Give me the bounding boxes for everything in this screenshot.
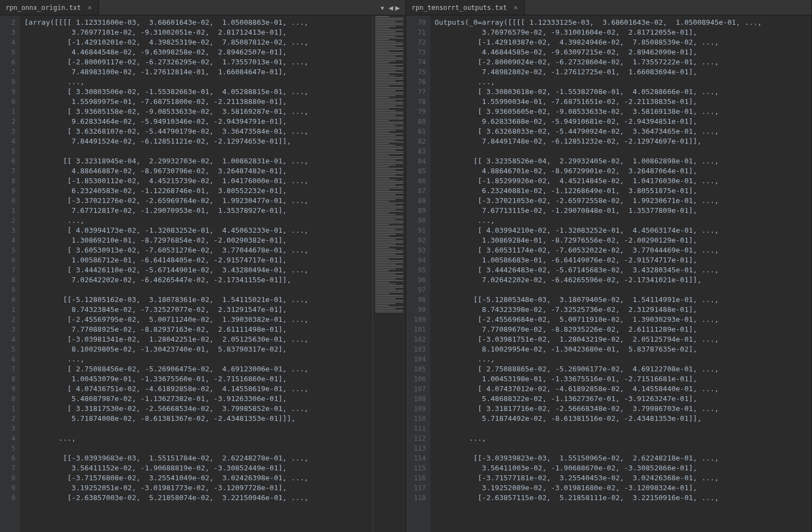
minimap-line (375, 110, 396, 111)
left-minimap[interactable] (372, 15, 405, 532)
line-number: 84 (408, 156, 426, 166)
minimap-line (375, 259, 389, 260)
minimap-line (375, 268, 396, 270)
minimap-line (375, 239, 396, 240)
minimap-line (375, 24, 403, 25)
minimap-line (375, 64, 403, 65)
line-number: 82 (408, 136, 426, 146)
line-number: 118 (408, 493, 426, 503)
minimap-line (375, 130, 396, 131)
minimap-line (375, 221, 403, 222)
minimap-line (375, 90, 396, 91)
code-line: 7.67712817e-02, -1.29070953e-01, 1.35378… (24, 206, 372, 216)
code-line: [ 4.07436751e-02, -4.61892858e-02, 4.145… (24, 384, 372, 394)
line-number: 89 (408, 206, 426, 216)
minimap-line (375, 287, 403, 288)
line-number: 103 (408, 344, 426, 354)
line-number: 108 (408, 394, 426, 404)
dropdown-icon[interactable]: ▼ (381, 5, 384, 11)
minimap-line (375, 188, 403, 189)
minimap-line (375, 131, 389, 133)
line-number: 111 (408, 424, 426, 434)
minimap-line (375, 186, 403, 187)
minimap-line (375, 42, 403, 43)
line-number: 70 (408, 18, 426, 28)
minimap-line (375, 164, 396, 166)
minimap-line (375, 270, 389, 271)
minimap-line (375, 301, 403, 303)
minimap-line (375, 202, 403, 204)
line-number: 95 (408, 265, 426, 275)
minimap-line (375, 249, 396, 250)
minimap-line (375, 245, 403, 246)
code-line: ..., (24, 77, 372, 87)
code-line: 8.10029954e-02, -1.30423680e-01, 5.83787… (435, 344, 811, 354)
left-content[interactable]: [array([[[[ 1.12331600e-03, 3.68601643e-… (20, 15, 372, 532)
minimap-line (375, 247, 389, 248)
minimap-line (375, 168, 403, 169)
next-diff-icon[interactable]: ▶ (396, 3, 400, 12)
line-number: 5 (2, 443, 15, 453)
tab-rpn-onnx-origin[interactable]: rpn_onnx_origin.txt × (0, 0, 99, 15)
line-number: 1 (2, 206, 15, 216)
minimap-line (375, 39, 389, 40)
minimap-line (375, 146, 403, 147)
minimap-line (375, 260, 403, 261)
minimap-line (375, 92, 403, 93)
minimap-line (375, 244, 396, 245)
code-line: ..., (435, 434, 811, 443)
code-line: [[-3.03939823e-03, 1.55150965e-02, 2.622… (435, 453, 811, 463)
minimap-line (375, 199, 396, 200)
minimap-line (375, 34, 403, 35)
minimap-line (375, 54, 403, 55)
minimap-line (375, 201, 389, 202)
line-number: 5 (2, 47, 15, 57)
line-number: 80 (408, 117, 426, 127)
right-content[interactable]: Outputs(_0=array([[[[ 1.12333125e-03, 3.… (430, 15, 811, 532)
line-number: 73 (408, 47, 426, 57)
minimap-line (375, 234, 396, 235)
line-number: 3 (2, 325, 15, 334)
line-number: 8 (2, 176, 15, 186)
minimap-line (375, 19, 403, 20)
minimap-line (375, 285, 403, 286)
code-line: 8.74323398e-02, -7.32525736e-02, 2.31291… (435, 305, 811, 315)
minimap-line (375, 140, 396, 141)
minimap-line (375, 69, 403, 70)
minimap-line (375, 138, 403, 139)
code-line: 3.19252089e-02, -3.01981680e-02, -3.1209… (435, 483, 811, 493)
line-number: 93 (408, 245, 426, 255)
minimap-line (375, 209, 396, 210)
tab-rpn-tensorrt-outputs[interactable]: rpn_tensorrt_outputs.txt × (406, 0, 525, 15)
prev-diff-icon[interactable]: ◀ (388, 3, 393, 12)
line-number: 2 (2, 18, 15, 28)
minimap-line (375, 51, 389, 52)
code-line: ..., (24, 354, 372, 364)
minimap-line (375, 163, 403, 164)
minimap-line (375, 16, 389, 17)
line-number: 7 (2, 265, 15, 275)
minimap-line (375, 87, 403, 88)
minimap-line (375, 21, 396, 22)
code-line (435, 146, 811, 156)
code-line: [ 3.30803506e-02, -1.55382663e-01, 4.052… (24, 87, 372, 97)
minimap-line (375, 275, 403, 276)
minimap-line (375, 148, 403, 149)
code-line (435, 285, 811, 295)
close-icon[interactable]: × (86, 3, 93, 12)
minimap-line (375, 75, 396, 76)
minimap-line (375, 222, 403, 223)
code-line: [-1.42910387e-02, 4.39824946e-02, 7.8508… (435, 37, 811, 47)
code-line: [[-3.03939683e-03, 1.55151784e-02, 2.622… (24, 453, 372, 463)
tab-dropdown-controls: ▼ ◀ ▶ (375, 0, 405, 15)
close-icon[interactable]: × (512, 3, 519, 12)
minimap-line (375, 89, 403, 90)
line-number: 78 (408, 97, 426, 107)
minimap-line (375, 72, 403, 73)
code-line: 3.76977101e-02, -9.31002051e-02, 2.81712… (24, 28, 372, 37)
code-line: 1.55990034e-01, -7.68751651e-02, -2.2113… (435, 97, 811, 107)
line-number: 110 (408, 414, 426, 424)
line-number: 2 (2, 315, 15, 325)
line-number: 96 (408, 275, 426, 285)
minimap-line (375, 265, 403, 266)
